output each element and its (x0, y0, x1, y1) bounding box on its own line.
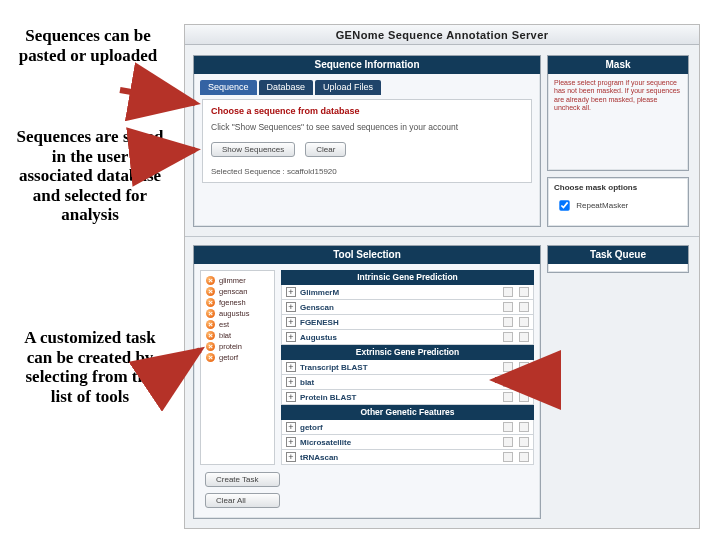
tool-row-glimmer[interactable]: +GlimmerM (281, 285, 534, 300)
remove-icon[interactable] (206, 331, 215, 340)
expand-icon[interactable]: + (286, 422, 296, 432)
selected-tool-genscan[interactable]: genscan (206, 287, 269, 296)
tab-upload-files[interactable]: Upload Files (315, 80, 381, 95)
callout-saved: Sequences are saved in the user associat… (14, 127, 166, 225)
section-extrinsic: Extrinsic Gene Prediction (281, 345, 534, 360)
remove-icon[interactable] (206, 309, 215, 318)
tool-row-blat[interactable]: +blat (281, 375, 534, 390)
expand-icon[interactable]: + (286, 452, 296, 462)
remove-icon[interactable] (206, 320, 215, 329)
add-tool-icon[interactable] (503, 332, 513, 342)
selected-tool-glimmer[interactable]: glimmer (206, 276, 269, 285)
settings-icon[interactable] (519, 422, 529, 432)
expand-icon[interactable]: + (286, 437, 296, 447)
add-tool-icon[interactable] (503, 377, 513, 387)
remove-icon[interactable] (206, 342, 215, 351)
settings-icon[interactable] (519, 317, 529, 327)
tool-row-genscan[interactable]: +Genscan (281, 300, 534, 315)
checkbox-repeatmasker[interactable] (559, 200, 569, 210)
callout-customized-task: A customized task can be created by sele… (14, 328, 166, 406)
seqinfo-tabbar: Sequence Database Upload Files (194, 74, 540, 95)
add-tool-icon[interactable] (503, 317, 513, 327)
tool-row-trnascan[interactable]: +tRNAscan (281, 450, 534, 465)
section-other: Other Genetic Features (281, 405, 534, 420)
label-repeatmasker: RepeatMasker (576, 201, 628, 210)
button-clear-all[interactable]: Clear All (205, 493, 280, 508)
panel-sequence-information: Sequence Information Sequence Database U… (193, 55, 541, 227)
selected-tool-getorf[interactable]: getorf (206, 353, 269, 362)
app-window: GENome Sequence Annotation Server Sequen… (184, 24, 700, 529)
callout-paste: Sequences can be pasted or uploaded (18, 26, 158, 65)
expand-icon[interactable]: + (286, 377, 296, 387)
panel-task-queue: Task Queue (547, 245, 689, 273)
expand-icon[interactable]: + (286, 392, 296, 402)
button-clear-sequence[interactable]: Clear (305, 142, 346, 157)
seqinfo-body: Choose a sequence from database Click "S… (202, 99, 532, 183)
add-tool-icon[interactable] (503, 452, 513, 462)
panel-head-mask: Mask (548, 56, 688, 74)
add-tool-icon[interactable] (503, 287, 513, 297)
selected-tool-est[interactable]: est (206, 320, 269, 329)
tab-database[interactable]: Database (259, 80, 314, 95)
panel-head-tool-selection: Tool Selection (194, 246, 540, 264)
selected-sequence-label: Selected Sequence : scaffold15920 (211, 167, 523, 176)
settings-icon[interactable] (519, 377, 529, 387)
tab-sequence[interactable]: Sequence (200, 80, 257, 95)
panel-head-sequence-info: Sequence Information (194, 56, 540, 74)
selected-tools-list: glimmer genscan fgenesh augustus est bla… (200, 270, 275, 465)
expand-icon[interactable]: + (286, 302, 296, 312)
expand-icon[interactable]: + (286, 317, 296, 327)
button-show-sequences[interactable]: Show Sequences (211, 142, 295, 157)
mask-options-title: Choose mask options (554, 183, 682, 192)
expand-icon[interactable]: + (286, 332, 296, 342)
remove-icon[interactable] (206, 353, 215, 362)
selected-tool-blat[interactable]: blat (206, 331, 269, 340)
settings-icon[interactable] (519, 392, 529, 402)
remove-icon[interactable] (206, 276, 215, 285)
add-tool-icon[interactable] (503, 362, 513, 372)
app-title: GENome Sequence Annotation Server (185, 25, 699, 45)
panel-head-task-queue: Task Queue (548, 246, 688, 264)
tool-row-microsatellite[interactable]: +Microsatellite (281, 435, 534, 450)
panel-tool-selection: Tool Selection glimmer genscan fgenesh a… (193, 245, 541, 519)
tool-row-getorf[interactable]: +getorf (281, 420, 534, 435)
tool-row-augustus[interactable]: +Augustus (281, 330, 534, 345)
remove-icon[interactable] (206, 298, 215, 307)
expand-icon[interactable]: + (286, 287, 296, 297)
add-tool-icon[interactable] (503, 302, 513, 312)
settings-icon[interactable] (519, 437, 529, 447)
remove-icon[interactable] (206, 287, 215, 296)
add-tool-icon[interactable] (503, 392, 513, 402)
add-tool-icon[interactable] (503, 422, 513, 432)
button-create-task[interactable]: Create Task (205, 472, 280, 487)
panel-mask-options: Choose mask options RepeatMasker (547, 177, 689, 227)
panel-mask: Mask Please select program if your seque… (547, 55, 689, 171)
seqinfo-help: Click "Show Sequences" to see saved sequ… (211, 122, 523, 132)
tool-row-protein-blast[interactable]: +Protein BLAST (281, 390, 534, 405)
settings-icon[interactable] (519, 452, 529, 462)
settings-icon[interactable] (519, 302, 529, 312)
tool-row-fgenesh[interactable]: +FGENESH (281, 315, 534, 330)
selected-tool-augustus[interactable]: augustus (206, 309, 269, 318)
selected-tool-fgenesh[interactable]: fgenesh (206, 298, 269, 307)
expand-icon[interactable]: + (286, 362, 296, 372)
mask-body: Please select program if your sequence h… (548, 74, 688, 118)
settings-icon[interactable] (519, 332, 529, 342)
add-tool-icon[interactable] (503, 437, 513, 447)
selected-tool-protein[interactable]: protein (206, 342, 269, 351)
settings-icon[interactable] (519, 287, 529, 297)
settings-icon[interactable] (519, 362, 529, 372)
available-tools-grid: Intrinsic Gene Prediction +GlimmerM +Gen… (281, 270, 534, 465)
seqinfo-choose-label: Choose a sequence from database (211, 106, 523, 116)
section-intrinsic: Intrinsic Gene Prediction (281, 270, 534, 285)
tool-row-transcript-blast[interactable]: +Transcript BLAST (281, 360, 534, 375)
